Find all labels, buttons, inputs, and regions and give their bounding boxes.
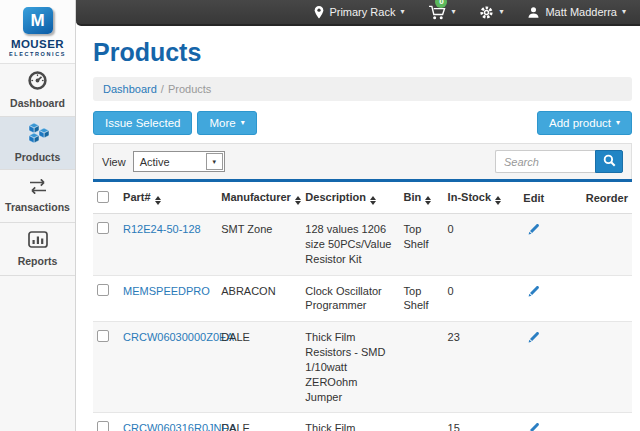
brand-name: MOUSER — [0, 38, 75, 51]
description-cell: Thick Film Resistors - SMD 1/10watt 16oh… — [301, 413, 399, 431]
dashboard-gauge-icon — [28, 71, 47, 92]
mouser-logo-icon: M — [23, 7, 53, 34]
manufacturer-cell: DALE — [217, 322, 301, 413]
row-checkbox[interactable] — [97, 222, 109, 234]
sidebar-item-transactions[interactable]: Transactions — [0, 170, 75, 223]
products-table: Part# Manufacturer Description Bin In-St… — [93, 182, 632, 431]
chevron-down-icon: ▾ — [616, 119, 620, 127]
view-label: View — [102, 156, 126, 168]
sort-icon — [370, 196, 376, 205]
transfer-arrows-icon — [27, 179, 49, 196]
breadcrumb-dashboard-link[interactable]: Dashboard — [103, 83, 157, 95]
action-toolbar: Issue Selected More▾ Add product▾ — [93, 111, 632, 135]
description-cell: 128 values 1206 size 50PCs/Value Resisto… — [301, 214, 399, 276]
column-header-edit: Edit — [502, 182, 566, 214]
bin-cell — [400, 413, 444, 431]
part-number-link[interactable]: CRCW06030000Z0EA — [123, 331, 234, 343]
search-input[interactable] — [495, 150, 595, 173]
search-icon — [603, 154, 616, 170]
location-pin-icon — [314, 6, 324, 19]
gear-icon — [479, 5, 494, 20]
select-dropdown-icon: ▾ — [206, 153, 223, 170]
sidebar-item-dashboard[interactable]: Dashboard — [0, 64, 75, 117]
user-name: Matt Madderra — [545, 6, 617, 18]
row-checkbox[interactable] — [97, 284, 109, 296]
location-label: Primary Rack — [329, 6, 395, 18]
edit-pencil-icon[interactable] — [527, 222, 541, 240]
breadcrumb-current: Products — [168, 83, 211, 95]
part-number-link[interactable]: R12E24-50-128 — [123, 223, 201, 235]
user-icon — [527, 6, 540, 19]
description-cell: Thick Film Resistors - SMD 1/10watt ZERO… — [301, 322, 399, 413]
bin-cell — [400, 322, 444, 413]
reorder-cell — [566, 275, 632, 322]
add-product-button[interactable]: Add product▾ — [537, 111, 632, 135]
search-button[interactable] — [595, 150, 623, 173]
products-table-body: R12E24-50-128 SMT Zone 128 values 1206 s… — [93, 214, 632, 431]
more-button[interactable]: More▾ — [197, 111, 256, 135]
reorder-cell — [566, 214, 632, 276]
column-header-description[interactable]: Description — [301, 182, 399, 214]
sidebar: M MOUSER ELECTRONICS Dashboard — [0, 0, 76, 431]
table-row: CRCW060316R0JNEA DALE Thick Film Resisto… — [93, 413, 632, 431]
sidebar-item-label: Reports — [18, 255, 58, 267]
sort-icon — [295, 196, 301, 205]
reorder-cell — [566, 322, 632, 413]
table-row: R12E24-50-128 SMT Zone 128 values 1206 s… — [93, 214, 632, 276]
sidebar-item-reports[interactable]: Reports — [0, 223, 75, 276]
breadcrumb: Dashboard/Products — [93, 77, 632, 101]
edit-pencil-icon[interactable] — [527, 284, 541, 302]
settings-menu[interactable]: ▾ — [479, 5, 503, 20]
cart-menu[interactable]: 0 ▾ — [428, 5, 455, 20]
manufacturer-cell: DALE — [217, 413, 301, 431]
reorder-cell — [566, 413, 632, 431]
view-select[interactable]: Active ▾ — [133, 151, 225, 172]
location-selector[interactable]: Primary Rack ▾ — [314, 6, 404, 19]
chevron-down-icon: ▾ — [241, 119, 245, 127]
bar-chart-icon — [28, 231, 48, 250]
bin-cell: Top Shelf — [400, 275, 444, 322]
instock-cell: 15 — [444, 413, 502, 431]
sidebar-item-label: Products — [15, 151, 61, 163]
app-window: Primary Rack ▾ 0 ▾ ▾ Matt Madderra ▾ M — [0, 0, 640, 431]
filter-bar: View Active ▾ — [93, 143, 632, 179]
issue-selected-button[interactable]: Issue Selected — [93, 111, 192, 135]
bin-cell: Top Shelf — [400, 214, 444, 276]
table-row: MEMSPEEDPRO ABRACON Clock Oscillator Pro… — [93, 275, 632, 322]
part-number-link[interactable]: MEMSPEEDPRO — [123, 285, 210, 297]
page-title: Products — [93, 38, 632, 67]
instock-cell: 0 — [444, 275, 502, 322]
view-select-value: Active — [140, 156, 170, 168]
column-header-part[interactable]: Part# — [119, 182, 217, 214]
row-checkbox[interactable] — [97, 421, 109, 431]
chevron-down-icon: ▾ — [622, 8, 626, 16]
description-cell: Clock Oscillator Programmer — [301, 275, 399, 322]
user-menu[interactable]: Matt Madderra ▾ — [527, 6, 626, 19]
products-cubes-icon — [26, 123, 50, 146]
column-header-instock[interactable]: In-Stock — [444, 182, 502, 214]
chevron-down-icon: ▾ — [499, 8, 503, 16]
column-header-reorder: Reorder — [566, 182, 632, 214]
sort-icon — [155, 196, 161, 205]
brand-subtitle: ELECTRONICS — [0, 51, 75, 58]
column-header-bin[interactable]: Bin — [400, 182, 444, 214]
table-header-row: Part# Manufacturer Description Bin In-St… — [93, 182, 632, 214]
search-group — [495, 150, 623, 173]
part-number-link[interactable]: CRCW060316R0JNEA — [123, 422, 236, 431]
edit-pencil-icon[interactable] — [527, 330, 541, 348]
row-checkbox[interactable] — [97, 330, 109, 342]
sidebar-item-products[interactable]: Products — [0, 117, 75, 170]
sidebar-item-label: Transactions — [5, 201, 70, 213]
sidebar-item-label: Dashboard — [10, 97, 65, 109]
chevron-down-icon: ▾ — [451, 8, 455, 16]
topbar: Primary Rack ▾ 0 ▾ ▾ Matt Madderra ▾ — [76, 0, 640, 26]
manufacturer-cell: ABRACON — [217, 275, 301, 322]
edit-pencil-icon[interactable] — [527, 421, 541, 431]
select-all-checkbox[interactable] — [97, 191, 109, 203]
column-header-manufacturer[interactable]: Manufacturer — [217, 182, 301, 214]
chevron-down-icon: ▾ — [400, 8, 404, 16]
sort-icon — [495, 196, 501, 205]
brand-logo: M MOUSER ELECTRONICS — [0, 0, 75, 64]
manufacturer-cell: SMT Zone — [217, 214, 301, 276]
instock-cell: 0 — [444, 214, 502, 276]
